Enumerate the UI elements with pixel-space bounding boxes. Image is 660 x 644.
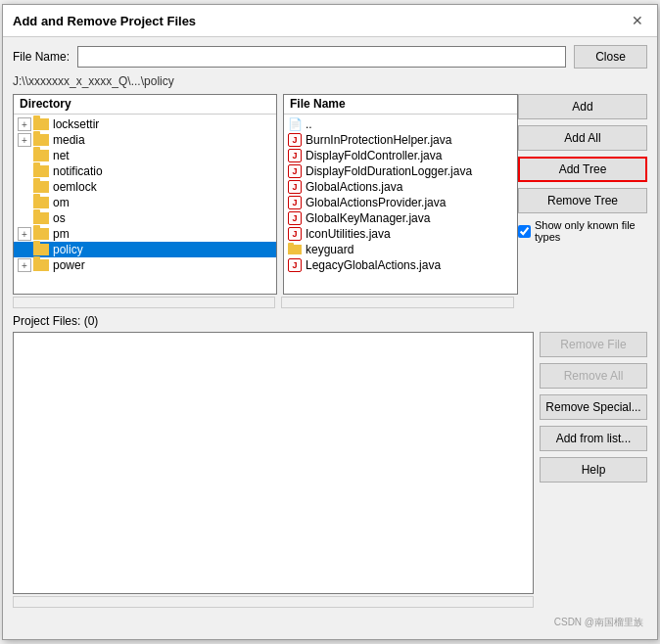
file-item[interactable]: J BurnInProtectionHelper.java: [284, 132, 517, 148]
folder-icon: [33, 181, 49, 193]
java-icon: J: [288, 180, 302, 194]
dir-item-label: os: [53, 211, 66, 225]
file-item-label: GlobalActions.java: [306, 180, 402, 194]
show-known-types-checkbox[interactable]: [518, 225, 531, 238]
dir-item[interactable]: + pm: [14, 226, 276, 242]
directory-panel: Directory + locksettir +: [13, 94, 277, 295]
scroll-row: [13, 297, 512, 308]
file-item-label: ..: [306, 117, 312, 131]
file-item-label: LegacyGlobalActions.java: [306, 258, 441, 272]
file-name-label: File Name:: [13, 50, 70, 64]
folder-icon: [33, 197, 49, 208]
expand-icon: +: [18, 117, 31, 131]
expand-icon: +: [18, 227, 31, 241]
dir-item-label: policy: [53, 243, 83, 256]
file-item[interactable]: J GlobalActions.java: [284, 179, 517, 195]
file-item[interactable]: J IconUtilities.java: [284, 226, 517, 242]
dir-item[interactable]: oemlock: [14, 179, 276, 195]
watermark: CSDN @南国榴里族: [13, 614, 647, 631]
add-button[interactable]: Add: [518, 94, 647, 119]
right-buttons-panel: Add Add All Add Tree Remove Tree Show on…: [518, 94, 647, 308]
path-label: J:\\xxxxxxx_x_xxxx_Q\...\policy: [13, 74, 647, 88]
file-item-label: GlobalActionsProvider.java: [306, 196, 446, 209]
remove-tree-button[interactable]: Remove Tree: [518, 188, 647, 213]
file-item-label: BurnInProtectionHelper.java: [306, 133, 451, 147]
dir-item-label: locksettir: [53, 117, 99, 131]
show-known-types-row: Show only known file types: [518, 219, 647, 243]
file-item-label: IconUtilities.java: [306, 227, 391, 241]
file-panel-header: File Name: [284, 95, 517, 115]
add-tree-button[interactable]: Add Tree: [518, 157, 647, 182]
dir-item-label: notificatio: [53, 164, 103, 178]
java-icon: J: [288, 196, 302, 209]
directory-panel-body[interactable]: + locksettir + media: [14, 115, 276, 294]
file-panel-body[interactable]: 📄 .. J BurnInProtectionHelper.java J Dis…: [284, 115, 517, 294]
file-item[interactable]: J DisplayFoldDurationLogger.java: [284, 163, 517, 179]
title-bar: Add and Remove Project Files ✕: [3, 5, 657, 37]
remove-special-button[interactable]: Remove Special...: [540, 394, 647, 420]
file-item-label: keyguard: [306, 243, 354, 256]
file-item-label: DisplayFoldDurationLogger.java: [306, 164, 472, 178]
java-icon: J: [288, 133, 302, 147]
dir-item-label: power: [53, 258, 85, 272]
java-icon: J: [288, 211, 302, 225]
folder-icon: [33, 118, 49, 130]
expand-icon: +: [18, 133, 31, 147]
close-icon[interactable]: ✕: [628, 11, 647, 30]
panels-container: Directory + locksettir +: [13, 94, 647, 308]
dir-item[interactable]: + locksettir: [14, 116, 276, 132]
bottom-section: Project Files: (0) Remove File Remove Al…: [13, 314, 647, 608]
folder-icon: [33, 212, 49, 224]
add-from-list-button[interactable]: Add from list...: [540, 426, 647, 451]
project-files-panel[interactable]: [13, 332, 534, 594]
file-item[interactable]: keyguard: [284, 242, 517, 257]
folder-icon: [33, 244, 49, 255]
dir-item-label: oemlock: [53, 180, 97, 194]
file-name-row: File Name: Close: [13, 45, 647, 69]
java-icon: J: [288, 164, 302, 178]
file-item-label: GlobalKeyManager.java: [306, 211, 430, 225]
dialog-title: Add and Remove Project Files: [13, 14, 196, 28]
dir-scrollbar[interactable]: [13, 297, 275, 308]
file-item[interactable]: J GlobalActionsProvider.java: [284, 195, 517, 210]
dir-item-label: pm: [53, 227, 70, 241]
folder-small-icon: [288, 245, 302, 254]
project-files-label: Project Files: (0): [13, 314, 647, 328]
dir-item-selected[interactable]: policy: [14, 242, 276, 257]
remove-file-button[interactable]: Remove File: [540, 332, 647, 357]
project-files-scrollbar[interactable]: [13, 596, 534, 608]
remove-all-button[interactable]: Remove All: [540, 363, 647, 389]
dir-item[interactable]: net: [14, 148, 276, 163]
file-item[interactable]: 📄 ..: [284, 116, 517, 132]
java-icon: J: [288, 258, 302, 272]
file-scrollbar[interactable]: [281, 297, 514, 308]
file-item[interactable]: J LegacyGlobalActions.java: [284, 257, 517, 273]
show-known-types-label: Show only known file types: [535, 219, 647, 243]
file-item-label: DisplayFoldController.java: [306, 149, 442, 162]
folder-icon: [33, 165, 49, 177]
dir-item[interactable]: + media: [14, 132, 276, 148]
folder-icon: [33, 228, 49, 240]
dir-item[interactable]: os: [14, 210, 276, 226]
help-button[interactable]: Help: [540, 457, 647, 483]
dialog: Add and Remove Project Files ✕ File Name…: [2, 4, 658, 640]
directory-tree: + locksettir + media: [14, 115, 276, 275]
directory-header: Directory: [14, 95, 276, 115]
file-item[interactable]: J DisplayFoldController.java: [284, 148, 517, 163]
dir-item[interactable]: notificatio: [14, 163, 276, 179]
dir-item[interactable]: + power: [14, 257, 276, 273]
java-icon: J: [288, 227, 302, 241]
dir-item-label: media: [53, 133, 85, 147]
folder-icon: [33, 150, 49, 161]
left-panels: Directory + locksettir +: [13, 94, 512, 308]
folder-icon: [33, 259, 49, 271]
tree-files-row: Directory + locksettir +: [13, 94, 512, 295]
close-button[interactable]: Close: [574, 45, 647, 69]
expand-icon: +: [18, 258, 31, 272]
add-all-button[interactable]: Add All: [518, 125, 647, 151]
file-item[interactable]: J GlobalKeyManager.java: [284, 210, 517, 226]
folder-icon: [33, 134, 49, 146]
dir-item-label: om: [53, 196, 70, 209]
file-name-input[interactable]: [77, 46, 566, 68]
dir-item[interactable]: om: [14, 195, 276, 210]
